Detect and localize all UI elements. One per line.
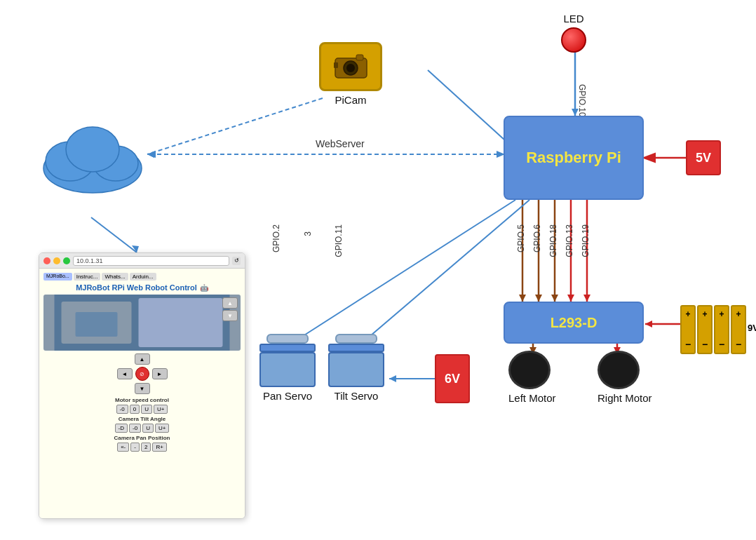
led-label: LED — [561, 13, 586, 25]
move-left-btn[interactable]: ◄ — [117, 368, 133, 379]
gpio5-text: GPIO.5 — [516, 224, 526, 252]
speed-btn-uplus[interactable]: U+ — [154, 405, 168, 414]
v5-box: 5V — [686, 140, 721, 175]
speed-btn-u[interactable]: U — [141, 405, 152, 414]
pan-position-controls: «- - 2 R+ — [43, 443, 241, 452]
gpio13-label: GPIO.13 — [565, 224, 574, 257]
close-dot — [43, 257, 50, 264]
tilt-btn-4[interactable]: U+ — [155, 424, 169, 433]
camera-feed-image — [43, 295, 241, 351]
led-indicator — [561, 27, 586, 53]
speed-btn-0[interactable]: 0 — [130, 405, 140, 414]
tilt-btn-1[interactable]: -D — [115, 424, 128, 433]
webui-content: MJRoBo... Instruc... Whats... Arduin... … — [39, 269, 245, 518]
gpio13-text: GPIO.13 — [565, 224, 574, 257]
v5-label: 5V — [696, 151, 711, 166]
servo-body-tilt — [328, 352, 384, 387]
move-right-btn[interactable]: ► — [152, 368, 168, 379]
battery-cell-3 — [714, 305, 729, 354]
svg-marker-5 — [519, 295, 526, 302]
picam-component: PiCam — [319, 42, 382, 106]
webui-titlebar: 10.0.1.31 ↺ — [39, 253, 245, 269]
gpio3-label: 3 — [303, 231, 313, 236]
servo-arm-pan — [266, 334, 309, 344]
servo-top-pan — [259, 344, 316, 352]
left-motor — [508, 351, 551, 389]
gpio18-label: GPIO.18 — [548, 224, 558, 257]
svg-rect-43 — [356, 55, 363, 60]
left-motor-label: Left Motor — [508, 392, 556, 404]
speed-controls: -0 0 U U+ — [43, 405, 241, 414]
url-bar[interactable]: 10.0.1.31 — [73, 256, 229, 266]
tilt-btn-3[interactable]: U — [142, 424, 154, 433]
right-motor-component: Right Motor — [598, 351, 652, 404]
webui-title: MJRoBot RPi Web Robot Control — [76, 283, 197, 292]
l293d-component: L293-D — [504, 302, 644, 344]
tilt-btn-2[interactable]: -0 — [129, 424, 141, 433]
svg-line-20 — [428, 70, 505, 140]
middle-row: ◄ ⊘ ► — [117, 367, 168, 381]
gpio19-text: GPIO.19 — [581, 224, 590, 257]
picam-label: PiCam — [319, 94, 382, 106]
tilt-servo-component: Tilt Servo — [328, 344, 384, 402]
diagram: GPIO.10 — [0, 0, 756, 540]
svg-rect-44 — [334, 62, 338, 68]
tilt-up-btn[interactable]: ▲ — [222, 297, 238, 309]
gpio6-text: GPIO.6 — [532, 224, 542, 252]
movement-controls: ▲ ◄ ⊘ ► ▼ — [43, 353, 241, 394]
tilt-down-btn[interactable]: ▼ — [222, 310, 238, 321]
minimize-dot — [53, 257, 60, 264]
pan-btn-1[interactable]: «- — [117, 443, 129, 452]
battery-9v-label: 9V — [748, 323, 756, 333]
cloud-icon — [35, 116, 151, 196]
svg-marker-7 — [535, 295, 542, 302]
battery-9v-component: 9V — [680, 305, 746, 354]
led-component: LED — [561, 13, 586, 53]
down-row: ▼ — [135, 383, 150, 394]
pan-btn-3[interactable]: 2 — [141, 443, 151, 452]
l293d-box: L293-D — [504, 302, 644, 344]
gpio2-text: GPIO.2 — [271, 224, 281, 252]
camera-icon — [332, 51, 370, 83]
webui-screenshot: 10.0.1.31 ↺ MJRoBo... Instruc... Whats..… — [39, 252, 245, 519]
camera-feed: ▲ ▼ — [43, 295, 241, 351]
up-row: ▲ — [135, 353, 150, 365]
rpi-label: Raspberry Pi — [526, 149, 621, 167]
move-up-btn[interactable]: ▲ — [135, 353, 150, 365]
stop-btn[interactable]: ⊘ — [135, 367, 149, 381]
battery-cell-2 — [697, 305, 713, 354]
svg-text:GPIO.10: GPIO.10 — [577, 84, 587, 117]
tab-mjrobot[interactable]: MJRoBo... — [43, 273, 72, 281]
tilt-servo-label: Tilt Servo — [328, 390, 384, 402]
svg-marker-1 — [572, 109, 579, 116]
speed-section-label: Motor speed control — [43, 397, 241, 403]
svg-marker-35 — [389, 375, 396, 382]
battery-cell-1 — [680, 305, 696, 354]
svg-line-21 — [147, 98, 323, 154]
svg-line-28 — [91, 217, 137, 252]
tab-arduino[interactable]: Arduin... — [130, 273, 156, 281]
picam-box — [319, 42, 382, 91]
tilt-angle-controls: -D -0 U U+ — [43, 424, 241, 433]
pan-btn-2[interactable]: - — [130, 443, 140, 452]
move-down-btn[interactable]: ▼ — [135, 383, 150, 394]
svg-text:WebServer: WebServer — [316, 138, 365, 149]
tab-whatsapp[interactable]: Whats... — [102, 273, 128, 281]
pan-btn-4[interactable]: R+ — [152, 443, 166, 452]
v5-component: 5V — [686, 140, 721, 175]
v6-box: 6V — [435, 354, 470, 403]
pan-servo-component: Pan Servo — [259, 344, 316, 402]
v6-label: 6V — [445, 372, 460, 386]
pan-servo — [259, 344, 316, 387]
svg-point-42 — [346, 64, 355, 72]
webui-tabs: MJRoBo... Instruc... Whats... Arduin... — [43, 273, 241, 281]
speed-btn-minus0[interactable]: -0 — [116, 405, 128, 414]
tab-instructions[interactable]: Instruc... — [74, 273, 101, 281]
left-motor-component: Left Motor — [508, 351, 556, 404]
svg-rect-48 — [76, 312, 118, 337]
refresh-icon[interactable]: ↺ — [232, 257, 241, 265]
webui-page-header: MJRoBot RPi Web Robot Control 🤖 — [43, 283, 241, 292]
raspberry-pi-component: Raspberry Pi — [504, 116, 644, 200]
svg-marker-9 — [551, 295, 558, 302]
gpio11-label: GPIO.11 — [334, 224, 344, 257]
